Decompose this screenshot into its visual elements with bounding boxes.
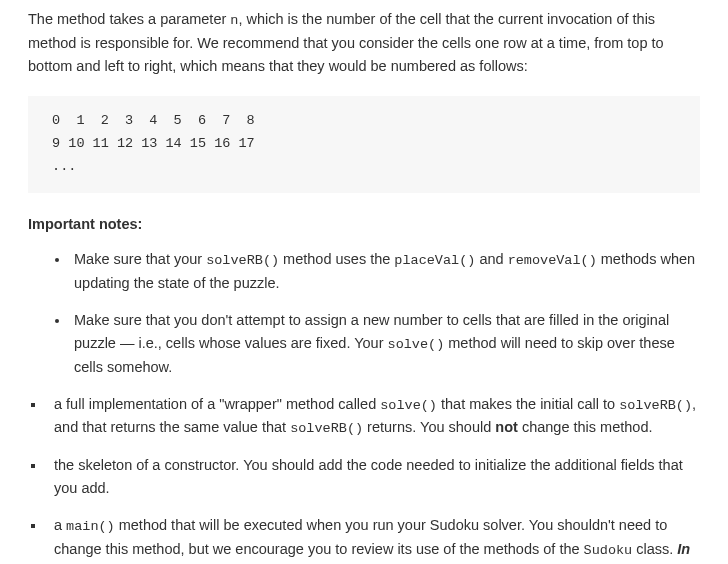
code-solve: solve() xyxy=(380,398,437,413)
code-solverb: solveRB() xyxy=(290,421,363,436)
intro-paragraph: The method takes a parameter n, which is… xyxy=(28,8,700,78)
intro-text-a: The method takes a parameter xyxy=(28,11,230,27)
code-placeval: placeVal() xyxy=(394,253,475,268)
cell-numbering-code-block: 0 1 2 3 4 5 6 7 8 9 10 11 12 13 14 15 16… xyxy=(28,96,700,193)
code-solve: solve() xyxy=(388,337,445,352)
outer-bullet-list: a full implementation of a "wrapper" met… xyxy=(28,393,700,564)
code-solverb: solveRB() xyxy=(206,253,279,268)
important-notes-list: Make sure that your solveRB() method use… xyxy=(28,248,700,379)
outer-text: a full implementation of a "wrapper" met… xyxy=(54,396,380,412)
list-item: Make sure that your solveRB() method use… xyxy=(70,248,700,295)
note-text: and xyxy=(475,251,507,267)
note-text: Make sure that your xyxy=(74,251,206,267)
outer-text: change this method. xyxy=(518,419,653,435)
list-item: a main() method that will be executed wh… xyxy=(46,514,700,564)
note-text: method uses the xyxy=(279,251,394,267)
outer-text: the skeleton of a constructor. You shoul… xyxy=(54,457,683,496)
outer-text: a xyxy=(54,517,66,533)
list-item: Make sure that you don't attempt to assi… xyxy=(70,309,700,379)
code-main: main() xyxy=(66,519,115,534)
outer-text: returns. You should xyxy=(363,419,495,435)
outer-text: method that will be executed when you ru… xyxy=(54,517,667,557)
code-removeval: removeVal() xyxy=(508,253,597,268)
list-item: the skeleton of a constructor. You shoul… xyxy=(46,454,700,500)
code-solverb: solveRB() xyxy=(619,398,692,413)
outer-text: class. xyxy=(632,541,677,557)
important-notes-heading: Important notes: xyxy=(28,213,700,236)
outer-text: that makes the initial call to xyxy=(437,396,619,412)
code-sudoku: Sudoku xyxy=(584,543,633,558)
bold-not: not xyxy=(495,419,518,435)
list-item: a full implementation of a "wrapper" met… xyxy=(46,393,700,440)
